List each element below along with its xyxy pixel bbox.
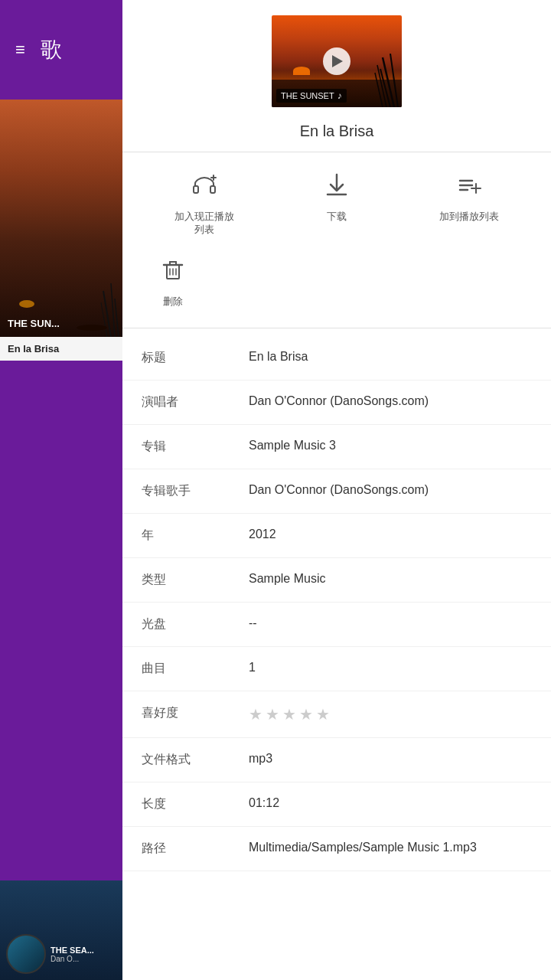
star-4[interactable]: ★ xyxy=(299,705,313,724)
playlist-plus-icon xyxy=(455,172,483,204)
title-label: 标题 xyxy=(142,350,249,366)
album-art-label: THE SUNSET ♪ xyxy=(276,89,347,103)
delete-row: 删除 xyxy=(122,244,551,328)
main-panel: THE SUNSET ♪ En la Brisa 加入现正播放 列表 xyxy=(122,0,551,980)
metadata-duration-row: 长度 01:12 xyxy=(122,782,551,827)
sidebar-album2-label: THE SEA... xyxy=(51,946,94,955)
format-value: mp3 xyxy=(249,752,532,766)
metadata-track-row: 曲目 1 xyxy=(122,647,551,691)
duration-label: 长度 xyxy=(142,796,249,812)
download-button[interactable]: 下载 xyxy=(323,172,350,224)
sidebar-song-info[interactable]: En la Brisa xyxy=(0,337,122,361)
sidebar-header: ≡ 歌 xyxy=(0,0,122,100)
duration-value: 01:12 xyxy=(249,796,532,810)
svg-line-2 xyxy=(115,299,119,337)
add-to-now-playing-button[interactable]: 加入现正播放 列表 xyxy=(174,172,234,237)
album-label: 专辑 xyxy=(142,439,249,455)
delete-label: 删除 xyxy=(163,295,183,309)
metadata-artist-row: 演唱者 Dan O'Connor (DanoSongs.com) xyxy=(122,381,551,425)
star-3[interactable]: ★ xyxy=(282,705,296,724)
play-button[interactable] xyxy=(323,47,350,75)
add-to-playlist-label: 加到播放列表 xyxy=(439,211,499,224)
svg-rect-11 xyxy=(210,186,215,193)
album-artist-label: 专辑歌手 xyxy=(142,483,249,499)
svg-rect-10 xyxy=(194,186,198,193)
title-value: En la Brisa xyxy=(249,350,532,364)
year-label: 年 xyxy=(142,528,249,544)
metadata-genre-row: 类型 Sample Music xyxy=(122,558,551,603)
genre-label: 类型 xyxy=(142,572,249,588)
format-label: 文件格式 xyxy=(142,752,249,768)
album-artist-value: Dan O'Connor (DanoSongs.com) xyxy=(249,483,532,497)
star-2[interactable]: ★ xyxy=(266,705,279,724)
stars-container[interactable]: ★ ★ ★ ★ ★ xyxy=(249,705,532,724)
disc-label: 光盘 xyxy=(142,616,249,632)
play-icon xyxy=(332,55,343,67)
metadata-disc-row: 光盘 -- xyxy=(122,603,551,647)
add-to-now-playing-label: 加入现正播放 列表 xyxy=(174,211,234,237)
svg-line-9 xyxy=(375,73,383,107)
add-to-playlist-button[interactable]: 加到播放列表 xyxy=(439,172,499,224)
star-5[interactable]: ★ xyxy=(316,705,330,724)
metadata-year-row: 年 2012 xyxy=(122,514,551,558)
sidebar-album-1[interactable]: THE SUN... xyxy=(0,100,122,337)
hamburger-menu-icon[interactable]: ≡ xyxy=(15,40,25,60)
sidebar-title: 歌 xyxy=(41,35,62,64)
path-value: Multimedia/Samples/Sample Music 1.mp3 xyxy=(249,841,532,854)
artist-label: 演唱者 xyxy=(142,394,249,410)
sidebar-album2-artist: Dan O... xyxy=(51,955,94,963)
path-label: 路径 xyxy=(142,841,249,857)
rating-value[interactable]: ★ ★ ★ ★ ★ xyxy=(249,705,532,724)
rating-label: 喜好度 xyxy=(142,705,249,721)
artist-value: Dan O'Connor (DanoSongs.com) xyxy=(249,394,532,408)
metadata-path-row: 路径 Multimedia/Samples/Sample Music 1.mp3 xyxy=(122,827,551,871)
metadata-rating-row[interactable]: 喜好度 ★ ★ ★ ★ ★ xyxy=(122,691,551,738)
delete-button[interactable]: 删除 xyxy=(159,256,187,309)
disc-value: -- xyxy=(249,616,532,630)
sidebar-song-title: En la Brisa xyxy=(8,343,115,354)
actions-row: 加入现正播放 列表 下载 xyxy=(122,152,551,244)
metadata-format-row: 文件格式 mp3 xyxy=(122,738,551,782)
year-value: 2012 xyxy=(249,528,532,541)
album-value: Sample Music 3 xyxy=(249,439,532,452)
track-label: 曲目 xyxy=(142,661,249,677)
download-label: 下载 xyxy=(327,211,347,224)
download-icon xyxy=(323,172,350,204)
genre-value: Sample Music xyxy=(249,572,532,586)
metadata-title-row: 标题 En la Brisa xyxy=(122,336,551,381)
metadata-album-artist-row: 专辑歌手 Dan O'Connor (DanoSongs.com) xyxy=(122,469,551,514)
song-title: En la Brisa xyxy=(122,115,551,152)
metadata-album-row: 专辑 Sample Music 3 xyxy=(122,425,551,469)
track-value: 1 xyxy=(249,661,532,675)
headphones-plus-icon xyxy=(191,172,218,204)
album-art[interactable]: THE SUNSET ♪ xyxy=(272,15,402,107)
svg-line-1 xyxy=(111,283,115,337)
trash-icon xyxy=(159,256,187,289)
metadata-section: 标题 En la Brisa 演唱者 Dan O'Connor (DanoSon… xyxy=(122,328,551,879)
sidebar-album-2[interactable]: THE SEA... Dan O... xyxy=(0,880,122,980)
music-note-icon: ♪ xyxy=(337,90,342,101)
svg-point-4 xyxy=(77,325,107,331)
star-1[interactable]: ★ xyxy=(249,705,262,724)
svg-line-0 xyxy=(103,291,111,337)
album-art-section: THE SUNSET ♪ xyxy=(122,0,551,115)
